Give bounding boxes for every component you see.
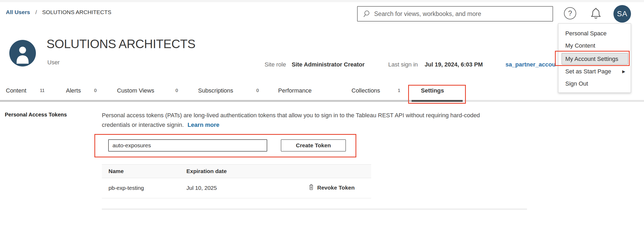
breadcrumb-separator: /: [35, 9, 37, 15]
submenu-arrow-icon: ▶: [622, 69, 625, 74]
token-name-input[interactable]: [108, 139, 267, 152]
table-row: pb-exp-testing Jul 10, 2025 Revoke Token: [102, 178, 371, 198]
tab-custom-views[interactable]: Custom Views: [117, 87, 154, 94]
breadcrumb-all-users-link[interactable]: All Users: [6, 9, 30, 15]
bell-icon: [589, 17, 603, 21]
menu-item-set-as-start-page[interactable]: Set as Start Page: [565, 68, 611, 75]
profile-avatar: [9, 40, 36, 66]
token-table-header: Name Expiration date: [102, 164, 371, 178]
token-expiration-cell: Jul 10, 2025: [186, 185, 217, 191]
trash-icon: [308, 183, 315, 192]
pat-description-line1: Personal access tokens (PATs) are long-l…: [102, 111, 480, 120]
user-avatar-button[interactable]: SA: [613, 5, 631, 23]
breadcrumb: All Users / SOLUTIONS ARCHITECTS: [6, 9, 111, 15]
person-icon: [9, 63, 36, 66]
page-title: SOLUTIONS ARCHITECTS: [47, 37, 195, 51]
create-token-button[interactable]: Create Token: [281, 139, 346, 152]
page: All Users / SOLUTIONS ARCHITECTS ? SA: [0, 0, 644, 226]
site-role-label: Site role: [265, 61, 286, 68]
breadcrumb-current: SOLUTIONS ARCHITECTS: [42, 9, 111, 15]
token-table: Name Expiration date pb-exp-testing Jul …: [102, 164, 371, 198]
tab-content-count: 11: [40, 88, 45, 93]
help-button[interactable]: ?: [564, 7, 576, 19]
search-icon: [362, 10, 370, 18]
learn-more-link[interactable]: Learn more: [187, 122, 219, 128]
help-icon: ?: [568, 9, 572, 18]
menu-item-sign-out[interactable]: Sign Out: [565, 80, 588, 87]
revoke-token-label: Revoke Token: [317, 185, 355, 191]
tab-alerts[interactable]: Alerts: [66, 87, 81, 94]
avatar-initials: SA: [617, 10, 627, 18]
site-role-value: Site Administrator Creator: [292, 61, 365, 68]
section-label-personal-access-tokens: Personal Access Tokens: [5, 112, 67, 118]
tab-custom-views-count: 0: [175, 88, 178, 93]
top-strip: [0, 0, 644, 2]
tab-performance[interactable]: Performance: [278, 87, 312, 94]
user-dropdown-menu: Personal Space My Content My Account Set…: [558, 23, 631, 93]
pat-description-line2: credentials or interactive signin.: [102, 122, 184, 128]
notifications-button[interactable]: [589, 7, 603, 20]
tabbar-divider-right: [463, 100, 644, 102]
tab-alerts-count: 0: [94, 88, 97, 93]
tab-settings[interactable]: Settings: [421, 87, 444, 94]
tab-subscriptions-count: 0: [256, 88, 259, 93]
account-username-link[interactable]: sa_partner_accou: [505, 61, 555, 68]
menu-item-my-account-settings[interactable]: My Account Settings: [565, 56, 618, 62]
menu-item-personal-space[interactable]: Personal Space: [565, 30, 607, 37]
column-header-expiration: Expiration date: [186, 168, 227, 174]
revoke-token-button[interactable]: Revoke Token: [308, 183, 355, 192]
column-header-name: Name: [108, 168, 124, 174]
menu-item-my-content[interactable]: My Content: [565, 42, 595, 49]
last-signin-label: Last sign in: [388, 61, 418, 68]
pat-description: Personal access tokens (PATs) are long-l…: [102, 111, 480, 130]
user-type-label: User: [47, 59, 60, 66]
search-bar: [357, 6, 553, 22]
tab-content[interactable]: Content: [6, 87, 26, 94]
tab-collections-count: 1: [398, 88, 400, 93]
tab-collections[interactable]: Collections: [352, 87, 380, 94]
tabbar-divider: [0, 100, 412, 102]
tab-subscriptions[interactable]: Subscriptions: [198, 87, 233, 94]
search-input[interactable]: [374, 10, 544, 18]
section-divider: [102, 209, 527, 210]
token-name-cell: pb-exp-testing: [108, 185, 144, 191]
last-signin-value: Jul 19, 2024, 6:03 PM: [425, 61, 483, 68]
tab-settings-active-underline: [412, 100, 463, 102]
